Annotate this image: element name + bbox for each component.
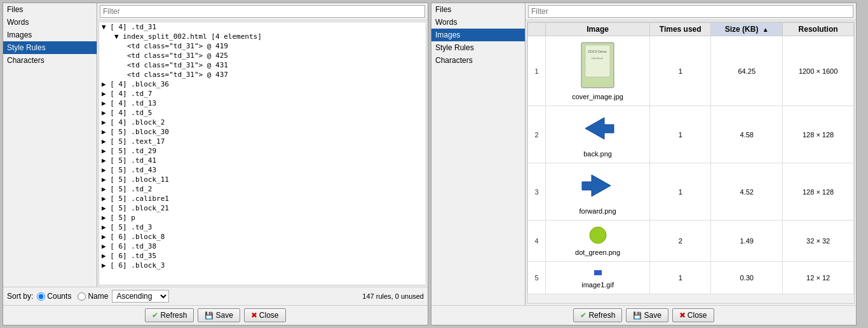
image-name: back.png — [583, 150, 612, 158]
svg-text:Handbook: Handbook — [592, 57, 603, 60]
sort-name-label: Name — [88, 292, 108, 301]
sort-order-select[interactable]: Ascending Descending — [112, 290, 169, 303]
right-save-label: Save — [644, 311, 661, 320]
row-image-cell: back.png — [546, 106, 650, 163]
image-thumbnail — [579, 111, 617, 147]
right-filter-input[interactable] — [528, 5, 853, 18]
svg-point-6 — [590, 227, 606, 243]
images-table-area[interactable]: Image Times used Size (KB) ▲ Resolution … — [527, 22, 855, 304]
image-thumbnail — [579, 168, 617, 205]
row-size-kb: 1.49 — [711, 221, 783, 262]
row-resolution: 128 × 128 — [783, 106, 854, 163]
table-row[interactable]: 2 back.png 1 4.58 128 × 128 — [528, 106, 854, 163]
row-image-cell: dot_green.png — [546, 221, 650, 262]
row-num: 5 — [528, 262, 546, 294]
style-rules-tree[interactable]: ▼ [ 4] .td_31▼ index_split_002.html [4 e… — [98, 22, 426, 285]
tree-item[interactable]: ▼ [ 4] .td_31 — [99, 22, 426, 32]
image-thumbnail — [593, 267, 603, 278]
tree-item[interactable]: ▶ [ 5] .td_2 — [99, 184, 426, 194]
sidebar-item-images-left[interactable]: Images — [3, 29, 97, 41]
row-num: 2 — [528, 106, 546, 163]
status-text: 147 rules, 0 unused — [362, 292, 424, 300]
right-refresh-button[interactable]: ✔ Refresh — [573, 308, 622, 322]
right-close-button[interactable]: ✖ Close — [672, 308, 714, 322]
sidebar-item-characters-right[interactable]: Characters — [431, 54, 525, 67]
tree-item[interactable]: <td class="td_31"> @ 431 — [99, 60, 426, 70]
tree-item[interactable]: ▶ [ 6] .td_35 — [99, 251, 426, 261]
left-bottom-bar: Sort by: Counts Name Ascending Descendin… — [3, 287, 428, 305]
tree-item[interactable]: <td class="td_31"> @ 425 — [99, 51, 426, 60]
right-action-bar: ✔ Refresh 💾 Save ✖ Close — [431, 305, 856, 325]
sidebar-item-words-left[interactable]: Words — [3, 16, 97, 29]
sidebar-item-words-right[interactable]: Words — [431, 16, 525, 29]
image-name: image1.gif — [581, 281, 614, 289]
row-num: 4 — [528, 221, 546, 262]
sidebar-item-characters-left[interactable]: Characters — [3, 54, 97, 67]
row-resolution: 12 × 12 — [783, 262, 854, 294]
close-icon-right: ✖ — [679, 311, 686, 320]
left-refresh-button[interactable]: ✔ Refresh — [145, 308, 194, 322]
tree-item[interactable]: ▶ [ 5] p — [99, 213, 426, 222]
tree-item[interactable]: ▶ [ 4] .td_13 — [99, 99, 426, 108]
tree-item[interactable]: ▶ [ 6] .block_3 — [99, 261, 426, 270]
sidebar-item-style-rules-right[interactable]: Style Rules — [431, 41, 525, 54]
tree-item[interactable]: ▶ [ 5] .td_41 — [99, 156, 426, 165]
tree-item[interactable]: ▶ [ 5] .td_29 — [99, 146, 426, 156]
close-icon-left: ✖ — [251, 311, 257, 320]
sidebar-item-files-left[interactable]: Files — [3, 3, 97, 16]
sort-name-radio[interactable]: Name — [78, 292, 108, 301]
tree-item[interactable]: <td class="td_31"> @ 419 — [99, 41, 426, 51]
row-size-kb: 4.58 — [711, 106, 783, 163]
right-close-label: Close — [688, 311, 707, 320]
tree-item[interactable]: ▶ [ 5] .td_3 — [99, 222, 426, 232]
sidebar-item-images-right[interactable]: Images — [431, 29, 525, 41]
col-size[interactable]: Size (KB) ▲ — [711, 23, 783, 36]
tree-item[interactable]: ▶ [ 6] .td_38 — [99, 242, 426, 251]
col-times-used[interactable]: Times used — [650, 23, 711, 36]
svg-marker-5 — [582, 175, 611, 196]
col-num — [528, 23, 546, 36]
col-resolution[interactable]: Resolution — [783, 23, 854, 36]
left-close-label: Close — [259, 311, 279, 320]
row-resolution: 128 × 128 — [783, 163, 854, 221]
row-image-cell: image1.gif — [546, 262, 650, 294]
left-filter-input[interactable] — [100, 5, 425, 18]
right-save-button[interactable]: 💾 Save — [626, 308, 668, 322]
tree-item[interactable]: ▶ [ 5] .block_11 — [99, 175, 426, 184]
table-row[interactable]: 5 image1.gif 1 0.30 12 × 12 — [528, 262, 854, 294]
image-name: dot_green.png — [575, 249, 620, 256]
right-panel: Files Words Images Style Rules Character… — [431, 3, 857, 325]
tree-item[interactable]: ▶ [ 4] .td_7 — [99, 89, 426, 99]
sidebar-item-style-rules-left[interactable]: Style Rules — [3, 41, 97, 54]
tree-item[interactable]: ▶ [ 5] .text_17 — [99, 137, 426, 146]
save-icon-right: 💾 — [633, 311, 642, 320]
image-name: forward.png — [580, 207, 616, 215]
tree-item[interactable]: ▶ [ 5] .td_43 — [99, 165, 426, 175]
tree-item[interactable]: ▶ [ 4] .block_2 — [99, 118, 426, 127]
row-size-kb: 4.52 — [711, 163, 783, 221]
tree-item[interactable]: <td class="td_31"> @ 437 — [99, 70, 426, 79]
tree-item[interactable]: ▶ [ 4] .td_5 — [99, 108, 426, 118]
table-row[interactable]: 3 forward.png 1 4.52 128 × 128 — [528, 163, 854, 221]
tree-item[interactable]: ▶ [ 4] .block_36 — [99, 79, 426, 89]
sort-counts-label: Counts — [47, 292, 71, 301]
tree-item[interactable]: ▶ [ 6] .block_8 — [99, 232, 426, 242]
sort-radio-group: Counts Name — [37, 292, 108, 301]
tree-item[interactable]: ▼ index_split_002.html [4 elements] — [99, 32, 426, 41]
left-save-button[interactable]: 💾 Save — [198, 308, 240, 322]
right-refresh-label: Refresh — [588, 311, 615, 320]
tree-item[interactable]: ▶ [ 5] .block_21 — [99, 203, 426, 213]
table-row[interactable]: 4 dot_green.png 2 1.49 32 × 32 — [528, 221, 854, 262]
table-row[interactable]: 1 DOCS Demo Handbook cover_image.jpg 1 6… — [528, 36, 854, 106]
row-resolution: 1200 × 1600 — [783, 36, 854, 106]
row-times-used: 1 — [650, 106, 711, 163]
tree-item[interactable]: ▶ [ 5] .block_30 — [99, 127, 426, 137]
sidebar-item-files-right[interactable]: Files — [431, 3, 525, 16]
left-close-button[interactable]: ✖ Close — [244, 308, 286, 322]
sort-counts-radio[interactable]: Counts — [37, 292, 71, 301]
row-num: 1 — [528, 36, 546, 106]
tree-item[interactable]: ▶ [ 5] .calibre1 — [99, 194, 426, 203]
refresh-icon-right: ✔ — [580, 311, 587, 320]
col-image[interactable]: Image — [546, 23, 650, 36]
left-panel: Files Words Images Style Rules Character… — [3, 3, 428, 325]
